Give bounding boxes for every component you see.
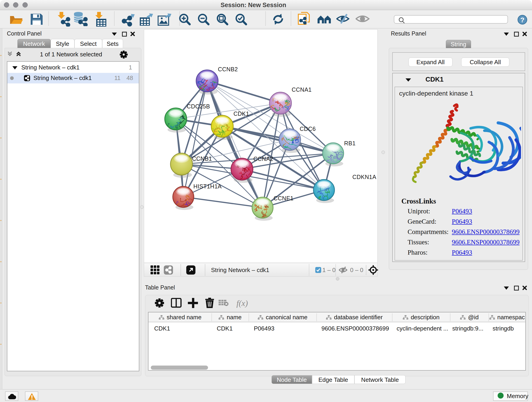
- svg-text:CCNE1: CCNE1: [273, 195, 293, 201]
- svg-text:CDKN1A: CDKN1A: [352, 174, 376, 180]
- svg-text:CCNA1: CCNA1: [292, 86, 312, 93]
- svg-text:HIST1H1A: HIST1H1A: [193, 183, 222, 190]
- svg-text:CDK1: CDK1: [234, 110, 249, 117]
- svg-text:CDC6: CDC6: [300, 126, 316, 132]
- svg-text:CCNB2: CCNB2: [218, 66, 238, 72]
- svg-text:RB1: RB1: [344, 140, 355, 147]
- svg-text:CCNB1: CCNB1: [192, 155, 212, 162]
- svg-text:CCNA2: CCNA2: [253, 156, 273, 162]
- svg-text:CDC25B: CDC25B: [187, 103, 210, 109]
